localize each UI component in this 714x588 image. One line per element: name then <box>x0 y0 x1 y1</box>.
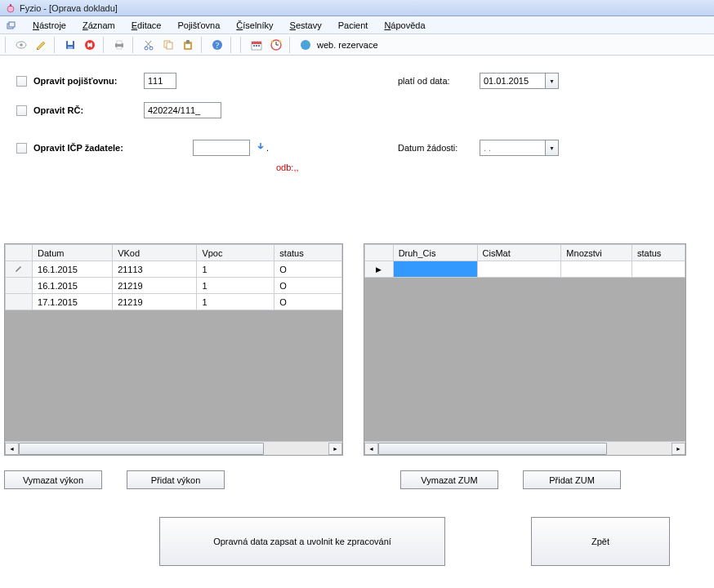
eye-icon[interactable] <box>13 37 29 53</box>
refresh-arrow-icon[interactable] <box>255 141 266 154</box>
pridat-vykon-button[interactable]: Přidat výkon <box>127 470 225 489</box>
menu-zaznam[interactable]: Záznam <box>74 19 123 32</box>
col-vkod[interactable]: VKod <box>113 245 197 261</box>
save-icon[interactable] <box>62 37 78 53</box>
cell-status[interactable]: O <box>274 294 342 310</box>
cell-druh-cis[interactable] <box>393 261 477 278</box>
menu-ciselniky[interactable]: Číselníky <box>228 19 281 32</box>
scroll-left-icon[interactable]: ◄ <box>5 443 19 455</box>
grid-vykony[interactable]: Datum VKod Vpoc status 16.1.2015211131O1… <box>4 243 343 456</box>
col-datum[interactable]: Datum <box>33 245 113 261</box>
cell-status-zum[interactable] <box>631 261 685 278</box>
menu-pacient[interactable]: Pacient <box>330 19 377 32</box>
hscroll-track[interactable] <box>378 443 672 455</box>
menu-pojistovna[interactable]: Pojišťovna <box>169 19 228 32</box>
cell-datum[interactable]: 16.1.2015 <box>33 261 113 278</box>
row-header <box>6 294 33 310</box>
col-status[interactable]: status <box>274 245 342 261</box>
toolbar-separator <box>289 37 292 53</box>
col-druh-cis[interactable]: Druh_Cis <box>393 245 477 261</box>
vymazat-vykon-button[interactable]: Vymazat výkon <box>4 470 102 489</box>
icp-dot: . <box>266 143 278 153</box>
paste-icon[interactable] <box>180 37 196 53</box>
cell-vkod[interactable]: 21113 <box>113 261 197 278</box>
input-icp[interactable] <box>193 140 250 156</box>
menu-editace[interactable]: Editace <box>123 19 170 32</box>
help-icon[interactable]: ? <box>209 37 225 53</box>
table-row[interactable]: ▶ <box>365 261 685 278</box>
svg-rect-1 <box>10 4 11 7</box>
pencil-icon[interactable] <box>33 37 49 53</box>
app-icon <box>5 2 16 14</box>
hscroll-left[interactable]: ◄ ► <box>5 441 342 455</box>
col-mnozstvi[interactable]: Mnozstvi <box>561 245 632 261</box>
zpet-button[interactable]: Zpět <box>531 517 670 566</box>
svg-point-5 <box>20 43 23 47</box>
cell-vpoc[interactable]: 1 <box>197 294 274 310</box>
globe-icon[interactable] <box>297 37 314 53</box>
grid-zum[interactable]: Druh_Cis CisMat Mnozstvi status ▶ <box>364 243 686 456</box>
toolbar-separator <box>132 37 136 53</box>
chevron-down-icon[interactable]: ▼ <box>545 73 559 89</box>
cell-vpoc[interactable]: 1 <box>197 261 274 278</box>
checkbox-rc[interactable] <box>16 105 27 116</box>
vymazat-zum-button[interactable]: Vymazat ZUM <box>400 470 498 489</box>
checkbox-icp[interactable] <box>16 143 27 154</box>
hscroll-track[interactable] <box>19 443 328 455</box>
restore-icon[interactable] <box>5 20 16 31</box>
clock-icon[interactable] <box>268 37 284 53</box>
cell-datum[interactable]: 16.1.2015 <box>33 278 113 294</box>
pridat-zum-button[interactable]: Přidat ZUM <box>523 470 621 489</box>
cell-datum[interactable]: 17.1.2015 <box>33 294 113 310</box>
svg-rect-26 <box>258 45 260 47</box>
delete-icon[interactable] <box>82 37 98 53</box>
chevron-down-icon[interactable]: ▼ <box>545 140 559 156</box>
copy-icon[interactable] <box>160 37 176 53</box>
col-status-zum[interactable]: status <box>631 245 685 261</box>
cell-vpoc[interactable]: 1 <box>197 278 274 294</box>
hscroll-thumb[interactable] <box>19 443 264 455</box>
combo-plati-od[interactable]: 01.01.2015 ▼ <box>480 73 559 89</box>
hscroll-thumb[interactable] <box>378 443 607 455</box>
input-plati-od[interactable]: 01.01.2015 <box>480 73 545 89</box>
menu-napoveda[interactable]: Nápověda <box>376 19 433 32</box>
menu-sestavy[interactable]: Sestavy <box>282 19 330 32</box>
grid-zum-table[interactable]: Druh_Cis CisMat Mnozstvi status ▶ <box>364 244 685 278</box>
cell-vkod[interactable]: 21219 <box>113 278 197 294</box>
col-vpoc[interactable]: Vpoc <box>197 245 274 261</box>
table-row[interactable]: 16.1.2015211131O <box>6 261 342 278</box>
svg-rect-7 <box>68 41 73 45</box>
hscroll-right[interactable]: ◄ ► <box>364 441 685 455</box>
print-icon[interactable] <box>111 37 127 53</box>
cell-status[interactable]: O <box>274 278 342 294</box>
row-edit-icon <box>6 261 33 278</box>
scroll-right-icon[interactable]: ► <box>328 443 342 455</box>
calendar-icon[interactable] <box>248 37 265 53</box>
content-area: Opravit pojišťovnu: 111 platí od data: 0… <box>0 56 714 187</box>
checkbox-pojistovna[interactable] <box>16 76 27 87</box>
cell-mnozstvi[interactable] <box>561 261 632 278</box>
svg-rect-3 <box>9 22 15 27</box>
table-row[interactable]: 16.1.2015212191O <box>6 278 342 294</box>
scroll-right-icon[interactable]: ► <box>672 443 685 455</box>
col-cismat[interactable]: CisMat <box>477 245 561 261</box>
cell-status[interactable]: O <box>274 261 342 278</box>
grid-vykony-table[interactable]: Datum VKod Vpoc status 16.1.2015211131O1… <box>5 244 342 310</box>
svg-rect-11 <box>117 41 122 44</box>
cut-icon[interactable] <box>141 37 157 53</box>
toolbar-separator <box>240 37 243 53</box>
row-pointer-icon: ▶ <box>365 261 394 278</box>
svg-rect-24 <box>253 45 255 47</box>
table-row[interactable]: 17.1.2015212191O <box>6 294 342 310</box>
zapsat-button[interactable]: Opravná data zapsat a uvolnit ke zpracov… <box>159 517 445 566</box>
combo-datum-zadosti[interactable]: . . ▼ <box>480 140 559 156</box>
input-rc[interactable]: 420224/111_ <box>144 102 221 118</box>
cell-vkod[interactable]: 21219 <box>113 294 197 310</box>
web-reservation-label[interactable]: web. rezervace <box>317 40 378 50</box>
menu-nastroje[interactable]: Nástroje <box>25 19 74 32</box>
cell-cismat[interactable] <box>477 261 561 278</box>
input-pojistovna[interactable]: 111 <box>144 73 176 89</box>
label-icp: Opravit IČP žadatele: <box>33 143 168 153</box>
input-datum-zadosti[interactable]: . . <box>480 140 545 156</box>
scroll-left-icon[interactable]: ◄ <box>364 443 378 455</box>
